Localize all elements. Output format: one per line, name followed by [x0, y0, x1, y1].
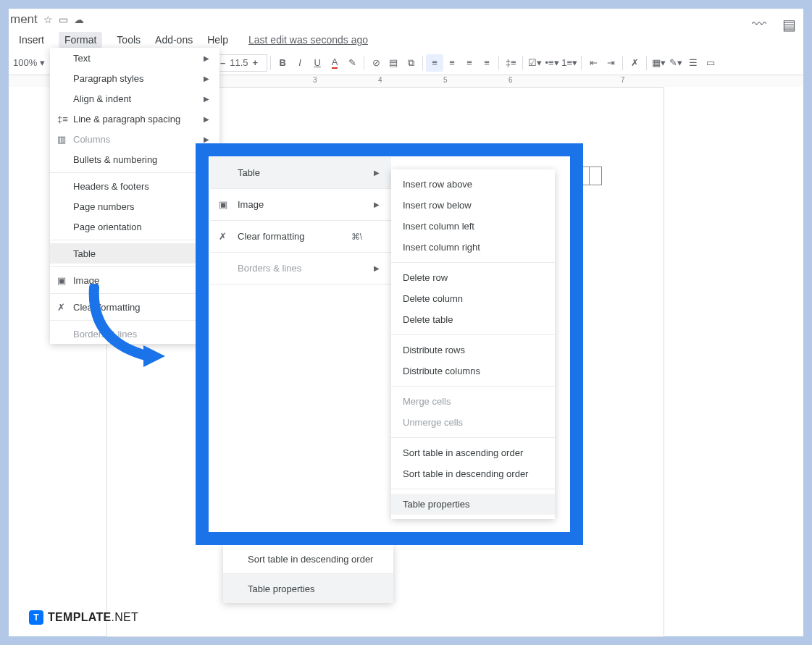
increase-font-icon[interactable]: + — [248, 57, 263, 68]
insert-row-above[interactable]: Insert row above — [391, 174, 555, 195]
insert-row-below[interactable]: Insert row below — [391, 195, 555, 216]
image-button[interactable]: ⧉ — [402, 54, 419, 72]
align-justify-button[interactable]: ≡ — [478, 54, 495, 72]
checklist-button[interactable]: ☑▾ — [526, 54, 543, 72]
overlay-format-menu: Table▶ ▣Image▶ ✗Clear formatting⌘\ Borde… — [210, 157, 391, 284]
format-columns[interactable]: ▥Columns▶ — [50, 129, 219, 149]
clear-icon: ✗ — [219, 231, 227, 242]
table-submenu: Insert row above Insert row below Insert… — [391, 169, 555, 519]
overlay-borders-lines[interactable]: Borders & lines▶ — [210, 253, 391, 284]
align-left-button[interactable]: ≡ — [426, 54, 443, 72]
border-style-button[interactable]: ▭ — [702, 54, 719, 72]
bg-sort-desc[interactable]: Sort table in descending order — [223, 544, 393, 573]
format-page-orientation[interactable]: Page orientation — [50, 216, 219, 237]
format-paragraph-styles[interactable]: Paragraph styles▶ — [50, 68, 219, 88]
format-page-numbers[interactable]: Page numbers — [50, 196, 219, 216]
align-right-button[interactable]: ≡ — [461, 54, 478, 72]
italic-button[interactable]: I — [291, 54, 309, 72]
menu-format[interactable]: Format — [59, 32, 102, 48]
spacing-icon: ‡≡ — [57, 114, 68, 125]
brand-logo: T TEMPLATE.NET — [29, 610, 138, 625]
distribute-columns[interactable]: Distribute columns — [391, 361, 555, 381]
overlay-table[interactable]: Table▶ — [210, 157, 391, 189]
overlay-image[interactable]: ▣Image▶ — [210, 189, 391, 221]
distribute-rows[interactable]: Distribute rows — [391, 340, 555, 361]
star-icon[interactable]: ☆ — [43, 14, 53, 25]
menu-insert[interactable]: Insert — [19, 34, 44, 46]
last-edit-label[interactable]: Last edit was seconds ago — [248, 34, 368, 46]
align-center-button[interactable]: ≡ — [443, 54, 461, 72]
link-button[interactable]: ⊘ — [367, 54, 385, 72]
border-width-button[interactable]: ☰ — [685, 54, 702, 72]
format-line-spacing[interactable]: ‡≡Line & paragraph spacing▶ — [50, 109, 219, 129]
bold-button[interactable]: B — [274, 54, 291, 72]
clear-icon: ✗ — [57, 302, 65, 313]
columns-icon: ▥ — [57, 134, 66, 145]
brand-icon: T — [29, 610, 43, 625]
border-color-button[interactable]: ✎▾ — [667, 54, 685, 72]
doc-title: ment — [10, 12, 38, 27]
image-icon: ▣ — [57, 275, 66, 286]
merge-cells[interactable]: Merge cells — [391, 391, 555, 412]
delete-table[interactable]: Delete table — [391, 309, 555, 330]
line-spacing-button[interactable]: ‡≡ — [502, 54, 519, 72]
border-button[interactable]: ▦▾ — [650, 54, 667, 72]
unmerge-cells[interactable]: Unmerge cells — [391, 412, 555, 433]
text-color-button[interactable]: A — [326, 54, 343, 72]
menu-bar: Insert Format Tools Add-ons Help Last ed… — [9, 30, 803, 49]
sort-descending[interactable]: Sort table in descending order — [391, 463, 555, 484]
bullet-list-button[interactable]: •≡▾ — [543, 54, 561, 72]
format-text[interactable]: Text▶ — [50, 48, 219, 68]
format-bullets-numbering[interactable]: Bullets & numbering▶ — [50, 149, 219, 169]
table-properties[interactable]: Table properties — [391, 494, 555, 515]
table-submenu-background: Sort table in descending order Table pro… — [223, 544, 393, 603]
menu-tools[interactable]: Tools — [117, 34, 141, 46]
format-align-indent[interactable]: Align & indent▶ — [50, 88, 219, 109]
delete-column[interactable]: Delete column — [391, 288, 555, 309]
clear-format-button[interactable]: ✗ — [626, 54, 643, 72]
highlight-button[interactable]: ✎ — [343, 54, 361, 72]
numbered-list-button[interactable]: 1≡▾ — [561, 54, 578, 72]
insert-column-left[interactable]: Insert column left — [391, 216, 555, 237]
underline-button[interactable]: U — [309, 54, 326, 72]
image-icon: ▣ — [219, 199, 227, 210]
comment-button[interactable]: ▤ — [385, 54, 402, 72]
bg-table-properties[interactable]: Table properties — [223, 574, 393, 603]
zoom-dropdown[interactable]: 100% ▾ — [13, 57, 48, 68]
cloud-icon[interactable]: ☁ — [74, 14, 84, 25]
move-icon[interactable]: ▭ — [59, 14, 68, 25]
insert-column-right[interactable]: Insert column right — [391, 237, 555, 258]
increase-indent-button[interactable]: ⇥ — [602, 54, 619, 72]
delete-row[interactable]: Delete row — [391, 267, 555, 288]
decrease-indent-button[interactable]: ⇤ — [585, 54, 602, 72]
sort-ascending[interactable]: Sort table in ascending order — [391, 442, 555, 463]
overlay-clear-formatting[interactable]: ✗Clear formatting⌘\ — [210, 221, 391, 253]
menu-help[interactable]: Help — [207, 34, 228, 46]
format-table[interactable]: Table▶ — [50, 243, 219, 264]
svg-marker-0 — [143, 345, 165, 367]
arrow-annotation — [80, 284, 174, 378]
menu-addons[interactable]: Add-ons — [155, 34, 193, 46]
title-bar: ment ☆ ▭ ☁ — [9, 9, 803, 30]
format-headers-footers[interactable]: Headers & footers — [50, 176, 219, 196]
